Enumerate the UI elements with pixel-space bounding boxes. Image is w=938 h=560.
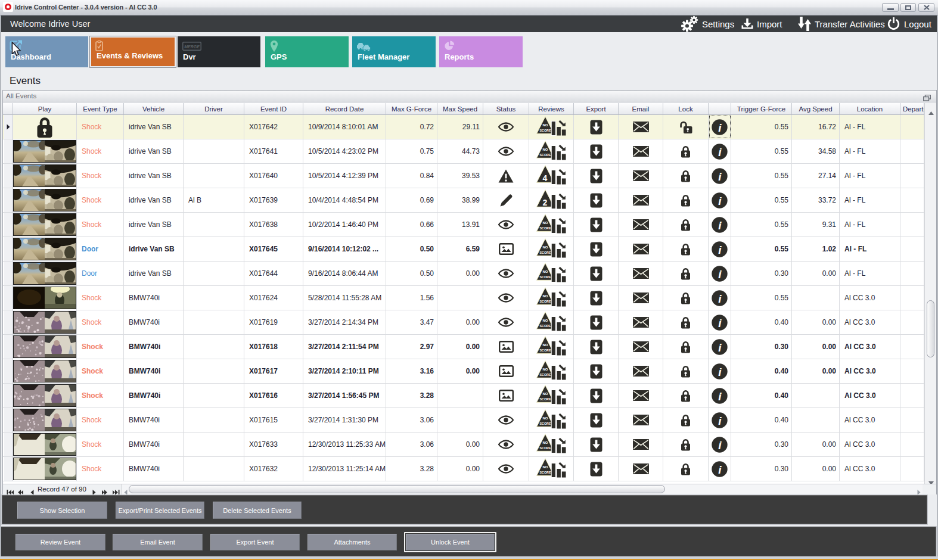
- svg-text:NO: NO: [543, 147, 548, 151]
- svg-text:SCORE: SCORE: [540, 128, 551, 132]
- svg-text:i: i: [718, 170, 722, 182]
- svg-text:i: i: [718, 316, 722, 329]
- svg-text:i: i: [718, 463, 722, 475]
- svg-text:2: 2: [543, 197, 548, 207]
- svg-text:i: i: [718, 194, 722, 207]
- svg-text:NO: NO: [543, 416, 548, 419]
- svg-text:SCORE: SCORE: [540, 372, 551, 376]
- svg-text:4: 4: [543, 173, 548, 182]
- svg-text:i: i: [718, 292, 722, 304]
- svg-text:SCORE: SCORE: [540, 250, 551, 254]
- svg-text:i: i: [718, 243, 722, 256]
- svg-text:i: i: [718, 365, 722, 378]
- svg-text:NO: NO: [543, 220, 548, 224]
- svg-text:NO: NO: [543, 465, 548, 468]
- svg-text:NO: NO: [543, 294, 548, 297]
- svg-text:SCORE: SCORE: [540, 446, 551, 449]
- svg-text:i: i: [718, 219, 722, 231]
- svg-text:i: i: [718, 121, 722, 133]
- svg-text:i: i: [718, 414, 722, 427]
- svg-text:NO: NO: [543, 123, 548, 126]
- svg-text:SCORE: SCORE: [540, 299, 551, 303]
- svg-text:NO: NO: [543, 245, 548, 248]
- svg-text:i: i: [718, 438, 722, 451]
- svg-text:i: i: [718, 390, 722, 402]
- svg-text:SCORE: SCORE: [540, 397, 551, 400]
- svg-text:NO: NO: [543, 318, 548, 322]
- svg-text:NO: NO: [543, 440, 548, 444]
- svg-text:SCORE: SCORE: [540, 348, 551, 351]
- svg-text:SCORE: SCORE: [540, 323, 551, 327]
- svg-text:NO: NO: [543, 343, 548, 346]
- svg-text:SCORE: SCORE: [540, 275, 551, 278]
- svg-text:NO: NO: [543, 391, 548, 395]
- svg-text:NO: NO: [543, 367, 548, 371]
- svg-text:NO: NO: [543, 269, 548, 273]
- svg-text:i: i: [718, 267, 722, 280]
- svg-text:SCORE: SCORE: [540, 470, 551, 474]
- svg-text:SCORE: SCORE: [540, 153, 551, 156]
- svg-text:SCORE: SCORE: [540, 421, 551, 425]
- svg-text:i: i: [718, 145, 722, 158]
- svg-text:i: i: [718, 341, 722, 353]
- svg-text:SCORE: SCORE: [540, 226, 551, 229]
- svg-text:MERGE: MERGE: [184, 45, 200, 49]
